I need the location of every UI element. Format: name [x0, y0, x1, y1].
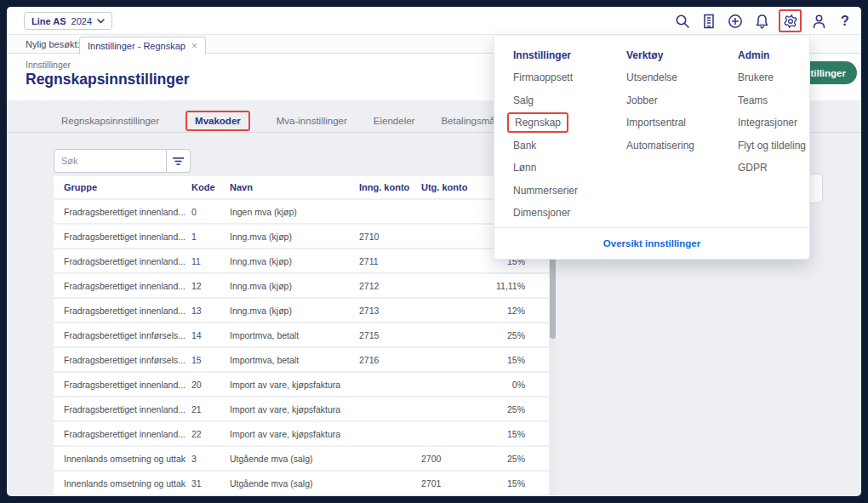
settings-tabs: Regnskapsinnstillinger Mvakoder Mva-inns… — [61, 109, 568, 132]
table-row[interactable]: Innenlands omsetning og uttak 3 Utgående… — [54, 447, 549, 470]
table-row[interactable]: Fradragsberettiget innenland... 11 Inng.… — [54, 249, 549, 272]
search-bar — [54, 149, 191, 173]
table-scrollbar-thumb[interactable] — [550, 255, 556, 339]
cell-navn: Importmva, betalt — [230, 355, 359, 365]
cell-sats: 25% — [485, 404, 549, 414]
menu-item-salg[interactable]: Salg — [513, 89, 578, 112]
company-year: 2024 — [71, 16, 92, 26]
cell-sats: 15% — [485, 478, 549, 489]
menu-item-brukere[interactable]: Brukere — [738, 66, 806, 89]
menu-item-jobber[interactable]: Jobber — [626, 89, 694, 112]
recent-tab-innstillinger-regnskap[interactable]: Innstillinger - Regnskap × — [79, 37, 206, 54]
oversikt-innstillinger-link[interactable]: Oversikt innstillinger — [603, 238, 700, 249]
cell-utg: 2701 — [421, 478, 485, 489]
table-row[interactable]: Fradragsberettiget innenland... 13 Inng.… — [54, 299, 549, 322]
tab-mvakoder[interactable]: Mvakoder — [186, 111, 250, 131]
add-new-icon[interactable] — [726, 11, 745, 31]
cell-sats: 12% — [485, 306, 549, 316]
cell-sats: 15% — [485, 355, 549, 365]
cell-inng: 2715 — [359, 330, 421, 340]
cell-sats: 0% — [485, 380, 549, 390]
cell-kode: 20 — [191, 380, 230, 390]
cell-navn: Inng.mva (kjøp) — [230, 256, 359, 266]
search-icon[interactable] — [673, 11, 692, 31]
filter-button[interactable] — [167, 149, 191, 173]
table-row[interactable]: Fradragsberettiget innenland... 20 Impor… — [54, 373, 549, 396]
cell-gruppe: Fradragsberettiget innførsels... — [54, 355, 191, 365]
settings-gear-icon[interactable] — [779, 9, 802, 32]
table-header-row: Gruppe Kode Navn Inng. konto Utg. konto — [54, 176, 549, 198]
col-header-navn[interactable]: Navn — [230, 182, 359, 192]
cell-gruppe: Fradragsberettiget innenland... — [54, 281, 191, 291]
menu-item-teams[interactable]: Teams — [738, 89, 806, 112]
menu-item-dimensjoner[interactable]: Dimensjoner — [513, 202, 578, 225]
cell-gruppe: Fradragsberettiget innførsels... — [54, 330, 191, 340]
notifications-bell-icon[interactable] — [752, 11, 771, 31]
company-register-icon[interactable] — [700, 11, 718, 31]
cell-kode: 14 — [191, 330, 230, 340]
cell-navn: Importmva, betalt — [230, 330, 359, 340]
col-header-utg-konto[interactable]: Utg. konto — [421, 182, 485, 192]
company-name: Line AS — [31, 16, 66, 26]
cell-navn: Utgående mva (salg) — [230, 478, 359, 489]
menu-column-innstillinger: Innstillinger Firmaoppsett Salg Regnskap… — [513, 44, 578, 225]
cell-navn: Utgående mva (salg) — [230, 454, 359, 464]
table-row[interactable]: Fradragsberettiget innenland... 0 Ingen … — [54, 200, 549, 223]
user-profile-icon[interactable] — [809, 11, 828, 31]
menu-item-gdpr[interactable]: GDPR — [738, 157, 806, 180]
table-row[interactable]: Fradragsberettiget innenland... 21 Impor… — [54, 397, 549, 420]
tab-mva-innstillinger[interactable]: Mva-innstillinger — [277, 116, 347, 126]
cell-gruppe: Innenlands omsetning og uttak — [54, 478, 191, 489]
cell-navn: Import av vare, kjøpsfaktura — [230, 380, 359, 390]
table-row[interactable]: Fradragsberettiget innførsels... 14 Impo… — [54, 323, 549, 346]
top-bar: Line AS 2024 — [7, 7, 861, 35]
tab-eiendeler[interactable]: Eiendeler — [374, 116, 415, 126]
cell-gruppe: Fradragsberettiget innenland... — [54, 404, 191, 414]
cell-sats: 11,11% — [485, 281, 549, 291]
close-icon[interactable]: × — [191, 41, 197, 51]
menu-item-regnskap[interactable]: Regnskap — [513, 111, 578, 134]
company-selector[interactable]: Line AS 2024 — [24, 12, 112, 30]
table-row[interactable]: Fradragsberettiget innenland... 22 Impor… — [54, 422, 549, 445]
col-header-inng-konto[interactable]: Inng. konto — [359, 182, 421, 192]
help-icon[interactable]: ? — [836, 11, 854, 31]
cell-inng: 2711 — [359, 256, 421, 266]
window-frame: Innstillinger Regnskapsinnstillinger sti… — [0, 0, 868, 503]
table-row[interactable]: Innenlands omsetning og uttak 31 Utgåend… — [54, 472, 549, 494]
tab-regnskapsinnstillinger[interactable]: Regnskapsinnstillinger — [61, 116, 159, 126]
menu-item-flyt-og-tildeling[interactable]: Flyt og tildeling — [738, 134, 806, 157]
mvakoder-table: Gruppe Kode Navn Inng. konto Utg. konto … — [54, 176, 549, 494]
table-row[interactable]: Fradragsberettiget innførsels... 15 Impo… — [54, 348, 549, 371]
cell-kode: 12 — [191, 281, 230, 291]
cell-navn: Inng.mva (kjøp) — [230, 306, 359, 316]
menu-header-innstillinger: Innstillinger — [513, 44, 578, 66]
menu-item-automatisering[interactable]: Automatisering — [626, 134, 694, 157]
menu-item-utsendelse[interactable]: Utsendelse — [626, 66, 694, 89]
cell-kode: 22 — [191, 429, 230, 439]
app-surface: Innstillinger Regnskapsinnstillinger sti… — [7, 7, 861, 496]
menu-item-firmaoppsett[interactable]: Firmaoppsett — [513, 66, 578, 89]
col-header-kode[interactable]: Kode — [191, 182, 230, 192]
page-title: Regnskapsinnstillinger — [26, 71, 190, 89]
menu-item-bank[interactable]: Bank — [513, 134, 578, 157]
table-row[interactable]: Fradragsberettiget innenland... 1 Inng.m… — [54, 225, 549, 248]
menu-item-integrasjoner[interactable]: Integrasjoner — [738, 111, 806, 134]
menu-item-nummerserier[interactable]: Nummerserier — [513, 180, 578, 203]
cell-gruppe: Fradragsberettiget innenland... — [54, 306, 191, 316]
cell-navn: Import av vare, kjøpsfaktura — [230, 429, 359, 439]
search-input[interactable] — [54, 149, 167, 173]
cell-sats: 15% — [485, 429, 549, 439]
cell-kode: 31 — [191, 478, 230, 489]
cell-inng: 2712 — [359, 281, 421, 291]
table-row[interactable]: Fradragsberettiget innenland... 12 Inng.… — [54, 274, 549, 297]
cell-kode: 1 — [191, 231, 230, 242]
col-header-gruppe[interactable]: Gruppe — [54, 182, 191, 192]
menu-item-lonn[interactable]: Lønn — [513, 157, 578, 180]
cell-utg: 2700 — [421, 454, 485, 464]
menu-item-importsentral[interactable]: Importsentral — [626, 111, 694, 134]
cell-gruppe: Fradragsberettiget innenland... — [54, 231, 191, 242]
cell-gruppe: Fradragsberettiget innenland... — [54, 380, 191, 390]
breadcrumb: Innstillinger — [26, 60, 71, 70]
cell-gruppe: Fradragsberettiget innenland... — [54, 207, 191, 217]
menu-header-admin: Admin — [738, 44, 806, 66]
